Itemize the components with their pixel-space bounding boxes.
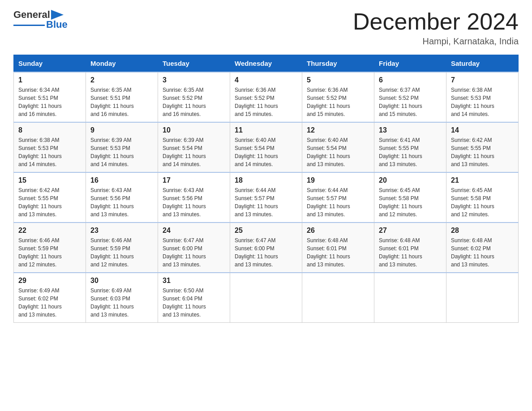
header-monday: Monday bbox=[86, 55, 158, 73]
day-number: 21 bbox=[451, 176, 514, 184]
day-number: 30 bbox=[90, 277, 153, 285]
weekday-header-row: Sunday Monday Tuesday Wednesday Thursday… bbox=[14, 55, 519, 73]
day-info: Sunrise: 6:35 AMSunset: 5:52 PMDaylight:… bbox=[163, 86, 225, 118]
calendar-cell: 17Sunrise: 6:43 AMSunset: 5:56 PMDayligh… bbox=[158, 172, 230, 223]
day-info: Sunrise: 6:34 AMSunset: 5:51 PMDaylight:… bbox=[18, 86, 81, 118]
day-info: Sunrise: 6:46 AMSunset: 5:59 PMDaylight:… bbox=[90, 236, 153, 269]
calendar-body: 1Sunrise: 6:34 AMSunset: 5:51 PMDaylight… bbox=[14, 72, 519, 323]
calendar-cell: 25Sunrise: 6:47 AMSunset: 6:00 PMDayligh… bbox=[230, 223, 302, 273]
day-number: 12 bbox=[307, 126, 369, 134]
calendar-week-row: 15Sunrise: 6:42 AMSunset: 5:55 PMDayligh… bbox=[14, 172, 519, 223]
calendar-cell: 21Sunrise: 6:45 AMSunset: 5:58 PMDayligh… bbox=[446, 172, 519, 223]
day-info: Sunrise: 6:45 AMSunset: 5:58 PMDaylight:… bbox=[451, 186, 514, 218]
day-number: 25 bbox=[235, 227, 297, 235]
calendar-cell: 18Sunrise: 6:44 AMSunset: 5:57 PMDayligh… bbox=[230, 172, 302, 223]
header-sunday: Sunday bbox=[14, 55, 86, 73]
day-info: Sunrise: 6:41 AMSunset: 5:55 PMDaylight:… bbox=[379, 136, 442, 168]
day-number: 2 bbox=[90, 76, 153, 84]
day-info: Sunrise: 6:39 AMSunset: 5:53 PMDaylight:… bbox=[90, 136, 153, 168]
calendar-cell: 2Sunrise: 6:35 AMSunset: 5:51 PMDaylight… bbox=[86, 72, 158, 122]
day-number: 22 bbox=[18, 227, 81, 235]
calendar-cell: 28Sunrise: 6:48 AMSunset: 6:02 PMDayligh… bbox=[446, 223, 519, 273]
day-info: Sunrise: 6:48 AMSunset: 6:02 PMDaylight:… bbox=[451, 236, 514, 269]
header-tuesday: Tuesday bbox=[158, 55, 230, 73]
day-info: Sunrise: 6:37 AMSunset: 5:52 PMDaylight:… bbox=[379, 86, 442, 118]
calendar-cell: 11Sunrise: 6:40 AMSunset: 5:54 PMDayligh… bbox=[230, 122, 302, 172]
calendar-cell: 15Sunrise: 6:42 AMSunset: 5:55 PMDayligh… bbox=[14, 172, 86, 223]
day-number: 28 bbox=[451, 227, 514, 235]
day-info: Sunrise: 6:50 AMSunset: 6:04 PMDaylight:… bbox=[163, 287, 225, 319]
day-info: Sunrise: 6:40 AMSunset: 5:54 PMDaylight:… bbox=[235, 136, 297, 168]
calendar-cell: 27Sunrise: 6:48 AMSunset: 6:01 PMDayligh… bbox=[374, 223, 446, 273]
calendar-week-row: 22Sunrise: 6:46 AMSunset: 5:59 PMDayligh… bbox=[14, 223, 519, 273]
calendar-subtitle: Hampi, Karnataka, India bbox=[353, 36, 519, 47]
page-header: General Blue December 2024 Hampi, Karnat… bbox=[13, 9, 519, 47]
calendar-cell: 12Sunrise: 6:40 AMSunset: 5:54 PMDayligh… bbox=[302, 122, 374, 172]
svg-marker-0 bbox=[51, 10, 64, 20]
day-number: 17 bbox=[163, 176, 225, 184]
day-info: Sunrise: 6:49 AMSunset: 6:02 PMDaylight:… bbox=[18, 287, 81, 319]
day-number: 29 bbox=[18, 277, 81, 285]
day-info: Sunrise: 6:43 AMSunset: 5:56 PMDaylight:… bbox=[90, 186, 153, 218]
day-info: Sunrise: 6:38 AMSunset: 5:53 PMDaylight:… bbox=[18, 136, 81, 168]
calendar-cell: 30Sunrise: 6:49 AMSunset: 6:03 PMDayligh… bbox=[86, 273, 158, 323]
calendar-cell: 22Sunrise: 6:46 AMSunset: 5:59 PMDayligh… bbox=[14, 223, 86, 273]
calendar-title: December 2024 bbox=[353, 9, 519, 34]
day-info: Sunrise: 6:47 AMSunset: 6:00 PMDaylight:… bbox=[235, 236, 297, 269]
calendar-week-row: 1Sunrise: 6:34 AMSunset: 5:51 PMDaylight… bbox=[14, 72, 519, 122]
day-info: Sunrise: 6:36 AMSunset: 5:52 PMDaylight:… bbox=[235, 86, 297, 118]
day-number: 26 bbox=[307, 227, 369, 235]
calendar-cell: 24Sunrise: 6:47 AMSunset: 6:00 PMDayligh… bbox=[158, 223, 230, 273]
day-number: 27 bbox=[379, 227, 442, 235]
day-number: 23 bbox=[90, 227, 153, 235]
day-number: 14 bbox=[451, 126, 514, 134]
header-thursday: Thursday bbox=[302, 55, 374, 73]
calendar-cell bbox=[230, 273, 302, 323]
logo-blue-text: Blue bbox=[46, 19, 68, 30]
calendar-cell: 14Sunrise: 6:42 AMSunset: 5:55 PMDayligh… bbox=[446, 122, 519, 172]
calendar-cell: 29Sunrise: 6:49 AMSunset: 6:02 PMDayligh… bbox=[14, 273, 86, 323]
logo: General Blue bbox=[13, 9, 68, 30]
day-number: 6 bbox=[379, 76, 442, 84]
calendar-cell: 10Sunrise: 6:39 AMSunset: 5:54 PMDayligh… bbox=[158, 122, 230, 172]
day-info: Sunrise: 6:43 AMSunset: 5:56 PMDaylight:… bbox=[163, 186, 225, 218]
day-number: 24 bbox=[163, 227, 225, 235]
day-number: 1 bbox=[18, 76, 81, 84]
calendar-cell bbox=[374, 273, 446, 323]
calendar-cell: 20Sunrise: 6:45 AMSunset: 5:58 PMDayligh… bbox=[374, 172, 446, 223]
day-info: Sunrise: 6:45 AMSunset: 5:58 PMDaylight:… bbox=[379, 186, 442, 218]
day-info: Sunrise: 6:39 AMSunset: 5:54 PMDaylight:… bbox=[163, 136, 225, 168]
calendar-cell: 13Sunrise: 6:41 AMSunset: 5:55 PMDayligh… bbox=[374, 122, 446, 172]
calendar-cell: 26Sunrise: 6:48 AMSunset: 6:01 PMDayligh… bbox=[302, 223, 374, 273]
calendar-cell: 5Sunrise: 6:36 AMSunset: 5:52 PMDaylight… bbox=[302, 72, 374, 122]
day-number: 18 bbox=[235, 176, 297, 184]
header-friday: Friday bbox=[374, 55, 446, 73]
day-info: Sunrise: 6:48 AMSunset: 6:01 PMDaylight:… bbox=[307, 236, 369, 269]
calendar-cell: 9Sunrise: 6:39 AMSunset: 5:53 PMDaylight… bbox=[86, 122, 158, 172]
day-number: 20 bbox=[379, 176, 442, 184]
day-number: 11 bbox=[235, 126, 297, 134]
calendar-cell: 19Sunrise: 6:44 AMSunset: 5:57 PMDayligh… bbox=[302, 172, 374, 223]
day-info: Sunrise: 6:49 AMSunset: 6:03 PMDaylight:… bbox=[90, 287, 153, 319]
day-number: 13 bbox=[379, 126, 442, 134]
calendar-table: Sunday Monday Tuesday Wednesday Thursday… bbox=[13, 55, 519, 323]
day-number: 7 bbox=[451, 76, 514, 84]
day-info: Sunrise: 6:42 AMSunset: 5:55 PMDaylight:… bbox=[451, 136, 514, 168]
calendar-cell: 6Sunrise: 6:37 AMSunset: 5:52 PMDaylight… bbox=[374, 72, 446, 122]
day-number: 9 bbox=[90, 126, 153, 134]
calendar-cell: 16Sunrise: 6:43 AMSunset: 5:56 PMDayligh… bbox=[86, 172, 158, 223]
day-info: Sunrise: 6:44 AMSunset: 5:57 PMDaylight:… bbox=[235, 186, 297, 218]
day-number: 10 bbox=[163, 126, 225, 134]
title-block: December 2024 Hampi, Karnataka, India bbox=[353, 9, 519, 47]
day-number: 3 bbox=[163, 76, 225, 84]
day-number: 16 bbox=[90, 176, 153, 184]
calendar-week-row: 29Sunrise: 6:49 AMSunset: 6:02 PMDayligh… bbox=[14, 273, 519, 323]
calendar-cell bbox=[446, 273, 519, 323]
day-info: Sunrise: 6:35 AMSunset: 5:51 PMDaylight:… bbox=[90, 86, 153, 118]
calendar-week-row: 8Sunrise: 6:38 AMSunset: 5:53 PMDaylight… bbox=[14, 122, 519, 172]
calendar-cell bbox=[302, 273, 374, 323]
calendar-cell: 4Sunrise: 6:36 AMSunset: 5:52 PMDaylight… bbox=[230, 72, 302, 122]
day-info: Sunrise: 6:40 AMSunset: 5:54 PMDaylight:… bbox=[307, 136, 369, 168]
day-number: 19 bbox=[307, 176, 369, 184]
day-number: 8 bbox=[18, 126, 81, 134]
